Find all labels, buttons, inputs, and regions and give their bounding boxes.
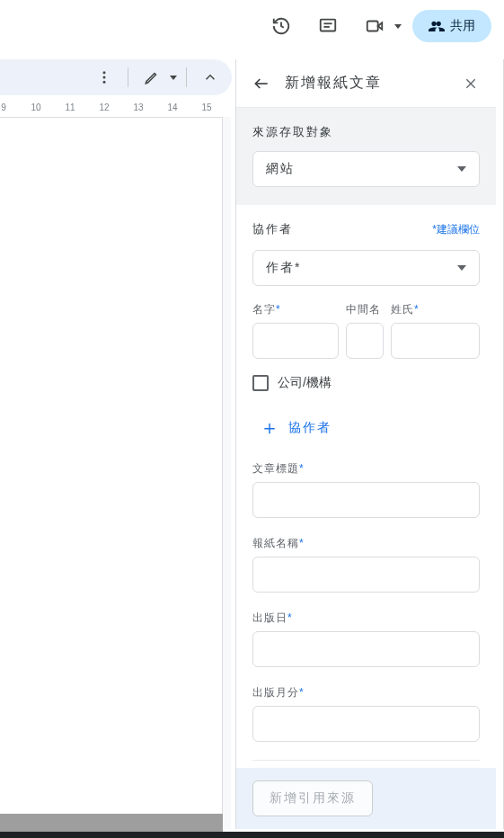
chevron-down-icon (394, 24, 402, 29)
author-role-select[interactable]: 作者* (252, 250, 480, 286)
author-role-value: 作者* (266, 260, 301, 276)
svg-rect-3 (367, 22, 378, 31)
pub-day-label: 出版日* (252, 611, 480, 626)
chevron-up-icon (202, 69, 218, 85)
source-access-label: 來源存取對象 (252, 124, 480, 140)
newspaper-name-label: 報紙名稱* (252, 536, 480, 551)
chevron-down-icon (457, 166, 466, 172)
ruler-mark: 10 (31, 103, 40, 112)
last-name-label: 姓氏* (391, 302, 480, 317)
add-contributor-label: 協作者 (288, 420, 332, 436)
document-footer-shade (0, 814, 223, 832)
share-label: 共用 (450, 18, 475, 34)
svg-point-5 (103, 71, 106, 74)
back-button[interactable] (247, 69, 276, 98)
ruler-mark: 14 (167, 103, 177, 112)
contributor-label: 協作者 (252, 221, 293, 237)
source-access-section: 來源存取對象 網站 (236, 108, 496, 205)
ruler-mark: 15 (201, 103, 211, 112)
chevron-down-icon (457, 265, 466, 271)
divider (128, 67, 128, 87)
source-access-value: 網站 (266, 161, 295, 177)
add-citation-button[interactable]: 新增引用來源 (252, 780, 373, 816)
svg-point-6 (103, 76, 106, 79)
ruler-mark: 9 (1, 103, 6, 112)
last-name-input[interactable] (391, 323, 480, 359)
first-name-input[interactable] (252, 323, 339, 359)
chevron-down-icon[interactable] (170, 76, 177, 80)
ruler: 9 10 11 12 13 14 15 (0, 101, 232, 117)
arrow-left-icon (252, 75, 270, 93)
article-title-label: 文章標題* (252, 461, 480, 477)
article-title-input[interactable] (252, 482, 480, 518)
close-button[interactable] (456, 69, 485, 98)
panel-header: 新增報紙文章 (236, 59, 496, 108)
document-gutter (223, 117, 231, 829)
people-icon (429, 18, 445, 34)
collapse-up-button[interactable] (196, 63, 225, 92)
svg-rect-0 (321, 20, 336, 31)
middle-name-input[interactable] (346, 323, 384, 359)
video-icon (357, 8, 393, 44)
panel-body[interactable]: 來源存取對象 網站 協作者 *建議欄位 作者* 名字* 中間 (236, 108, 496, 768)
middle-name-label: 中間名 (346, 302, 384, 317)
video-call-button[interactable] (357, 8, 402, 44)
document-area[interactable] (0, 117, 223, 829)
citation-panel: 新增報紙文章 來源存取對象 網站 協作者 *建議欄位 作者* 名字 (235, 59, 496, 829)
org-checkbox-row: 公司/機構 (252, 375, 480, 391)
close-icon (464, 76, 478, 91)
add-contributor-button[interactable]: ＋ 協作者 (252, 411, 480, 461)
plus-icon: ＋ (260, 415, 279, 441)
history-icon[interactable] (263, 8, 299, 44)
top-toolbar: 共用 (0, 0, 504, 52)
more-vert-icon[interactable] (90, 63, 119, 92)
pub-month-input[interactable] (252, 706, 480, 742)
pub-month-label: 出版月分* (252, 685, 480, 700)
panel-title: 新增報紙文章 (285, 74, 456, 93)
ruler-mark: 11 (65, 103, 75, 112)
window-bottom-bar (0, 832, 504, 838)
first-name-label: 名字* (252, 302, 339, 317)
org-checkbox[interactable] (252, 375, 269, 391)
org-checkbox-label: 公司/機構 (278, 375, 332, 391)
share-button[interactable]: 共用 (412, 10, 491, 42)
comment-icon[interactable] (310, 8, 346, 44)
suggested-fields-link[interactable]: *建議欄位 (432, 222, 480, 237)
ruler-mark: 13 (133, 103, 143, 112)
source-access-select[interactable]: 網站 (252, 151, 480, 187)
contributor-section: 協作者 *建議欄位 作者* 名字* 中間名 姓氏* (236, 205, 496, 768)
newspaper-name-input[interactable] (252, 557, 480, 593)
edit-mode-button[interactable] (137, 63, 166, 92)
pub-day-input[interactable] (252, 631, 480, 667)
divider (186, 67, 187, 87)
divider (252, 760, 480, 761)
secondary-toolbar (0, 59, 232, 95)
pencil-icon (144, 69, 160, 85)
panel-footer: 新增引用來源 (236, 768, 496, 829)
ruler-mark: 12 (99, 103, 109, 112)
name-row: 名字* 中間名 姓氏* (252, 302, 480, 359)
svg-point-7 (103, 81, 106, 84)
